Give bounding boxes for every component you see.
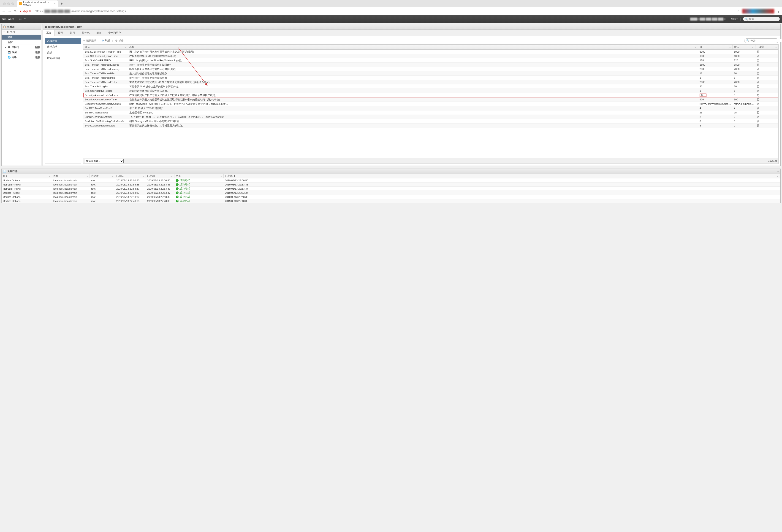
task-row[interactable]: Update Rulesetlocalhost.localdomainroot2… <box>2 191 780 195</box>
browser-tab-active[interactable]: localhost.localdomain - VMwar × <box>17 0 58 7</box>
browser-tabs: localhost.localdomain - VMwar × + <box>0 0 782 7</box>
reload-button[interactable]: ⟳ <box>14 9 17 13</box>
task-row[interactable]: Update Optionslocalhost.localdomainroot2… <box>2 199 780 203</box>
new-tab-button[interactable]: + <box>59 1 64 6</box>
col-value[interactable]: 值⌄ <box>698 45 733 49</box>
vm-count-badge: 11 <box>35 46 40 48</box>
global-search[interactable]: 🔍 <box>743 17 780 21</box>
network-count-badge: 1 <box>35 56 40 59</box>
chevron-down-icon[interactable]: ⌄ <box>695 46 697 48</box>
table-row[interactable]: Security.AccountUnlockTime在超出允许的最大失败登录尝试… <box>83 98 778 102</box>
task-col-task[interactable]: 任务⌄ <box>2 174 52 178</box>
close-tab-icon[interactable]: × <box>54 2 56 5</box>
chevron-down-icon[interactable]: ⌄ <box>752 46 754 48</box>
col-name[interactable]: 名称⌄ <box>128 45 698 49</box>
nav-storage[interactable]: 💾 存储 1 <box>2 50 41 55</box>
navigator-title: 📋 导航器 <box>2 24 41 30</box>
task-col-initiator[interactable]: 启动者⌄ <box>90 174 115 178</box>
success-icon: ✓ <box>176 179 179 182</box>
tab-security[interactable]: 安全和用户 <box>105 30 124 36</box>
task-row[interactable]: Update Optionslocalhost.localdomainroot2… <box>2 195 780 199</box>
table-row[interactable]: Scsi.SCSITimeout_ScanTime在检查超时异步 I/O 之间休… <box>83 54 778 58</box>
forward-button[interactable]: → <box>8 9 11 13</box>
bookmark-icon[interactable]: ☆ <box>737 9 740 13</box>
subnav-swap[interactable]: 交换 <box>45 50 81 55</box>
tab-services[interactable]: 服务 <box>93 30 105 36</box>
user-menu[interactable]: ████@███.███.███.███ ▾ <box>690 17 725 21</box>
table-row[interactable]: Scsi.TimeoutTMThreadMin最小超时任务管理处理程序线程数11… <box>83 76 778 80</box>
success-icon: ✓ <box>176 191 179 194</box>
subnav-time-date[interactable]: 时间和日期 <box>45 55 81 61</box>
task-col-queued[interactable]: 已排队⌄ <box>115 174 146 178</box>
browser-extensions[interactable] <box>742 9 774 13</box>
table-row[interactable]: Security.AccountLockFailures在取消锁定用户帐户之前允… <box>83 93 778 98</box>
table-row[interactable]: Scsi.TransFailLogPct将记录的 Scsi 设备上显示的暂时故障… <box>83 84 778 89</box>
minimize-window-icon[interactable] <box>7 2 10 5</box>
back-button[interactable]: ← <box>2 9 5 13</box>
table-row[interactable]: Scsi.ScsiVVolPESNROPE LUN 的默认 schedNumRe… <box>83 58 778 63</box>
storage-count-badge: 1 <box>35 51 40 53</box>
task-col-result[interactable]: 结果⌄ <box>174 174 224 178</box>
table-row[interactable]: Scsi.TimeoutTMThreadExpires超时任务管理处理程序线程的… <box>83 63 778 67</box>
task-row[interactable]: Refresh Firewalllocalhost.localdomainroo… <box>2 183 780 187</box>
panel-maximize-icon[interactable]: ▭ <box>777 170 779 173</box>
task-col-target[interactable]: 目标⌄ <box>52 174 90 178</box>
url-host: ███.███.███.███ <box>44 10 70 13</box>
table-row[interactable]: Scsi.SCSITimeout_ReabortTime因中止之前的超时再次发生… <box>83 50 778 54</box>
chevron-down-icon[interactable]: ⌄ <box>775 46 777 48</box>
grid-body[interactable]: Scsi.SCSITimeout_ReabortTime因中止之前的超时再次发生… <box>83 50 778 158</box>
chevron-down-icon[interactable]: ⌄ <box>125 46 127 48</box>
tasks-header: 任务⌄ 目标⌄ 启动者⌄ 已排队⌄ 已启动⌄ 结果⌄ 已完成 ▼⌄ <box>2 174 780 179</box>
actions-button[interactable]: ⚙操作 <box>115 39 123 42</box>
tab-packages[interactable]: 软件包 <box>78 30 93 36</box>
nav-manage[interactable]: 管理 <box>2 35 41 40</box>
edit-button[interactable]: ✎编辑选项 <box>83 39 96 42</box>
nav-vms[interactable]: ▸ 🖥 虚拟机 11 <box>2 45 41 50</box>
grid-header: 键 ▲⌄ 名称⌄ 值⌄ 默认⌄ 已覆盖⌄ <box>83 45 778 50</box>
tab-hardware[interactable]: 硬件 <box>55 30 67 36</box>
table-row[interactable]: Scsi.TimeoutTMThreadMax最大超时任务管理处理程序线程数16… <box>83 71 778 76</box>
recent-tasks-title: 📄近期任务 ▭ <box>2 169 780 174</box>
nav-network[interactable]: 🌐 网络 1 <box>2 55 41 60</box>
table-row[interactable]: Scsi.TimeoutTMThreadLatency唤醒新任务管理线程之前的延… <box>83 67 778 71</box>
chevron-down-icon[interactable]: ⌄ <box>729 46 731 48</box>
table-row[interactable]: Security.PasswordQualityControlpam_passw… <box>83 102 778 106</box>
window-controls[interactable] <box>1 2 16 5</box>
settings-grid: 键 ▲⌄ 名称⌄ 值⌄ 默认⌄ 已覆盖⌄ Scsi.SCSITimeout_Re… <box>83 44 779 164</box>
col-key[interactable]: 键 ▲⌄ <box>83 45 128 49</box>
table-row[interactable]: Scsi.UseAdaptiveRetries对暂时错误使用自适应性重试次数。1… <box>83 89 778 93</box>
close-window-icon[interactable] <box>3 2 6 5</box>
nav-host[interactable]: ▼ 🖥 主机 <box>2 30 41 35</box>
help-menu[interactable]: 帮助 ▾ <box>731 17 738 21</box>
task-col-started[interactable]: 已启动⌄ <box>146 174 174 178</box>
sub-nav: 高级设置 自动启动 交换 时间和日期 <box>45 38 81 164</box>
tasks-icon: 📄 <box>3 170 6 173</box>
nav-monitor[interactable]: 监控 <box>2 40 41 45</box>
table-row[interactable]: SvMotion.SvMotionAvgDisksPerVM初始 Storage… <box>83 119 778 123</box>
tab-license[interactable]: 许可 <box>67 30 78 36</box>
col-override[interactable]: 已覆盖⌄ <box>755 45 778 49</box>
browser-menu-icon[interactable]: ⋮ <box>777 9 780 13</box>
subnav-autostart[interactable]: 自动启动 <box>45 44 81 50</box>
global-search-input[interactable] <box>749 17 781 21</box>
tab-system[interactable]: 系统 <box>43 30 55 36</box>
task-row[interactable]: Update Optionslocalhost.localdomainroot2… <box>2 179 780 183</box>
address-bar[interactable]: ▲ 不安全 | https:// ███.███.███.███ /ui/#/h… <box>19 9 735 13</box>
quick-filter-select[interactable]: 快速筛选器... <box>85 159 123 163</box>
sort-asc-icon: ▲ <box>88 46 90 48</box>
refresh-button[interactable]: ↻刷新 <box>102 39 110 42</box>
table-row[interactable]: Scsi.TimeoutTMThreadRetry重试失败或者没有完成其 I/O… <box>83 80 778 84</box>
table-row[interactable]: SunRPC.MaxConnPerIP每个 IP 的最大 TCP/IP 连接数4… <box>83 106 778 111</box>
maximize-window-icon[interactable] <box>11 2 14 5</box>
expand-icon[interactable]: ▸ <box>5 46 6 48</box>
collapse-icon[interactable]: ▼ <box>3 31 5 33</box>
table-row[interactable]: SunRPC.SendLowat发送缓冲区 lowat (%)2525否 <box>83 111 778 115</box>
col-default[interactable]: 默认⌄ <box>733 45 755 49</box>
task-col-completed[interactable]: 已完成 ▼⌄ <box>224 174 780 178</box>
subnav-advanced-settings[interactable]: 高级设置 <box>45 38 81 44</box>
table-row[interactable]: SunRPC.WorldletAffinityTX 关联性: 0 - 禁用，1 … <box>83 115 778 119</box>
grid-search-input[interactable] <box>750 39 782 42</box>
table-row[interactable]: Syslog.global.defaultRotate要保留的默认旋转日志数。为… <box>83 123 778 128</box>
grid-search[interactable]: 🔍 <box>744 38 779 43</box>
task-row[interactable]: Refresh Firewalllocalhost.localdomainroo… <box>2 187 780 191</box>
